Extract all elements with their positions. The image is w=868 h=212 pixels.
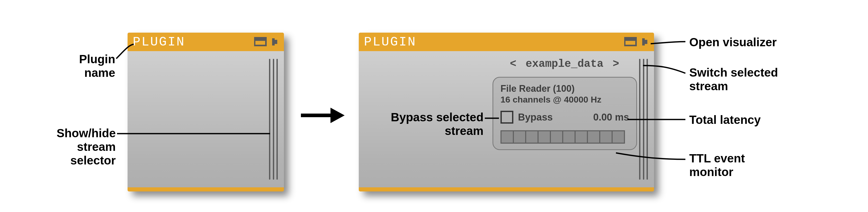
annotation-plugin-name: Plugin name	[43, 52, 115, 80]
ttl-event-monitor	[500, 130, 625, 144]
ttl-slot	[551, 131, 563, 143]
visualizer-window-icon[interactable]	[254, 37, 268, 47]
ttl-slot	[538, 131, 551, 143]
annotation-total-latency: Total latency	[689, 113, 761, 127]
prev-stream-button[interactable]: <	[510, 58, 517, 70]
plugin-title: PLUGIN	[133, 35, 185, 49]
annotation-ttl-monitor: TTL event monitor	[689, 152, 745, 179]
ttl-slot	[576, 131, 588, 143]
plugin-title: PLUGIN	[364, 35, 416, 49]
stream-source-label: File Reader (100)	[500, 83, 629, 94]
svg-rect-9	[645, 40, 647, 44]
next-stream-button[interactable]: >	[613, 58, 619, 70]
stream-info-panel: File Reader (100) 16 channels @ 40000 Hz…	[493, 77, 637, 150]
plugin-card-collapsed: PLUGIN	[128, 33, 284, 191]
stream-selector-nav: < example_data >	[493, 58, 637, 70]
visualizer-tab-icon[interactable]	[641, 37, 649, 47]
stream-name: example_data	[526, 58, 603, 70]
svg-marker-5	[331, 108, 345, 123]
titlebar: PLUGIN	[128, 33, 284, 51]
svg-rect-1	[255, 38, 266, 41]
annotation-bypass: Bypass selected stream	[365, 110, 484, 138]
bypass-label: Bypass	[518, 112, 553, 123]
svg-rect-7	[625, 38, 636, 41]
ttl-slot	[563, 131, 576, 143]
visualizer-tab-icon[interactable]	[271, 37, 279, 47]
svg-rect-3	[275, 40, 277, 44]
stream-selector-handle[interactable]	[269, 59, 278, 180]
svg-rect-8	[642, 38, 645, 45]
plugin-footer	[128, 187, 284, 191]
expand-arrow	[301, 106, 345, 126]
ttl-slot	[501, 131, 514, 143]
annotation-show-hide: Show/hide stream selector	[21, 127, 116, 167]
ttl-slot	[514, 131, 526, 143]
ttl-slot	[613, 131, 624, 143]
stream-selector-handle[interactable]	[639, 59, 648, 180]
visualizer-window-icon[interactable]	[624, 37, 638, 47]
ttl-slot	[526, 131, 538, 143]
stream-channels-label: 16 channels @ 40000 Hz	[500, 95, 629, 105]
annotation-open-visualizer: Open visualizer	[689, 35, 777, 49]
ttl-slot	[600, 131, 613, 143]
svg-rect-2	[272, 38, 275, 45]
titlebar: PLUGIN	[359, 33, 654, 51]
plugin-footer	[359, 187, 654, 191]
bypass-checkbox[interactable]	[500, 111, 513, 123]
annotation-switch-stream: Switch selected stream	[689, 66, 778, 93]
ttl-slot	[588, 131, 600, 143]
latency-value: 0.00 ms	[593, 112, 629, 123]
